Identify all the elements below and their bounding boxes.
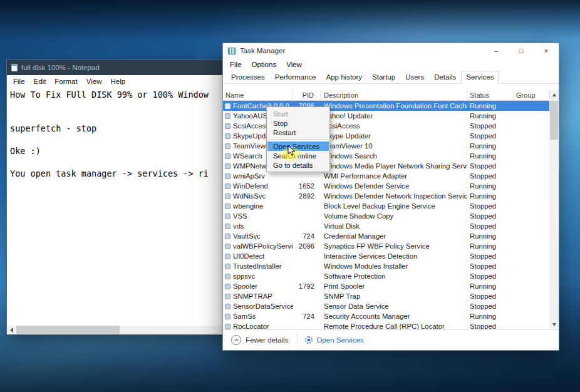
table-header-row: NamePIDDescriptionStatusGroup xyxy=(223,90,559,101)
service-name-cell: WinDefend xyxy=(223,182,293,190)
tab[interactable]: Services xyxy=(461,71,499,84)
notepad-text-area[interactable]: How To Fix FUll DISK 99% or 100% Window … xyxy=(7,87,250,326)
task-manager-titlebar[interactable]: Task Manager – □ × xyxy=(223,43,559,58)
service-row[interactable]: TrustedInstaller Windows Modules Install… xyxy=(223,261,549,271)
service-row[interactable]: WdNisSvc 2892 Windows Defender Network I… xyxy=(223,191,549,201)
context-menu-item[interactable]: Restart xyxy=(267,128,329,137)
service-status: Running xyxy=(467,112,514,120)
service-name: VaultSvc xyxy=(233,232,261,240)
service-name: UI0Detect xyxy=(233,252,264,260)
service-pid: 724 xyxy=(293,312,321,320)
scroll-left-icon[interactable] xyxy=(7,326,16,334)
service-name-cell: valWBFPolicyService xyxy=(223,242,293,250)
service-name: VSS xyxy=(233,212,247,220)
service-status: Running xyxy=(467,152,514,160)
tab[interactable]: Performance xyxy=(270,71,321,84)
maximize-button[interactable]: □ xyxy=(509,43,534,58)
notepad-scrollbar-thumb[interactable] xyxy=(16,326,120,334)
service-name: wbengine xyxy=(233,202,263,210)
fewer-details-label: Fewer details xyxy=(246,336,288,344)
fewer-details-button[interactable]: Fewer details xyxy=(223,335,297,345)
context-menu-item[interactable]: Go to details xyxy=(267,160,329,170)
service-name: TrustedInstaller xyxy=(233,262,281,270)
column-header[interactable]: Status xyxy=(467,90,514,101)
service-icon xyxy=(225,284,230,289)
service-row[interactable]: VaultSvc 724 Credential Manager Running xyxy=(223,231,549,241)
service-row[interactable]: sppsvc Software Protection Stopped xyxy=(223,271,549,281)
service-name: WSearch xyxy=(233,152,262,160)
context-menu-item[interactable]: Start xyxy=(267,109,329,118)
service-icon xyxy=(225,193,230,199)
minimize-button[interactable]: – xyxy=(484,43,509,58)
service-row[interactable]: SamSs 724 Security Accounts Manager Runn… xyxy=(223,311,549,321)
service-status: Running xyxy=(467,182,514,190)
column-header[interactable]: Group xyxy=(514,90,549,101)
service-description: Sensor Data Service xyxy=(321,302,467,310)
column-header[interactable]: Name xyxy=(223,90,293,101)
tab[interactable]: App history xyxy=(321,71,368,84)
service-description: Security Accounts Manager xyxy=(321,312,467,320)
scroll-up-icon[interactable] xyxy=(549,90,559,100)
menu-item[interactable]: File xyxy=(225,59,247,70)
context-menu-item[interactable] xyxy=(269,139,328,140)
notepad-titlebar[interactable]: full disk 100% - Notepad xyxy=(7,60,250,75)
service-row[interactable]: SensorDataService Sensor Data Service St… xyxy=(223,301,549,311)
service-status: Running xyxy=(467,232,514,240)
service-name-cell: sppsvc xyxy=(223,272,293,280)
service-row[interactable]: wbengine Block Level Backup Engine Servi… xyxy=(223,201,549,211)
service-name-cell: VSS xyxy=(223,212,293,220)
context-menu-item-label: Stop xyxy=(273,120,287,127)
vertical-scrollbar[interactable] xyxy=(549,90,559,329)
context-menu-item[interactable]: Search online xyxy=(267,151,329,160)
service-description: SNMP Trap xyxy=(321,292,467,300)
service-pid: 724 xyxy=(293,232,321,240)
service-name: WinDefend xyxy=(233,182,268,190)
notepad-menu-item[interactable]: File xyxy=(9,76,29,86)
tab[interactable]: Users xyxy=(400,71,429,84)
notepad-horizontal-scrollbar[interactable] xyxy=(7,326,250,334)
service-description: Synaptics FP WBF Policy Service xyxy=(321,242,467,250)
service-row[interactable]: Spooler 1792 Print Spooler Running xyxy=(223,281,549,291)
menu-item[interactable]: View xyxy=(281,59,307,70)
context-menu-item-label: Open Services xyxy=(273,143,319,150)
services-gear-icon xyxy=(305,336,313,344)
service-description: TeamViewer 10 xyxy=(321,142,467,150)
scroll-down-icon[interactable] xyxy=(549,320,559,329)
task-manager-menubar: FileOptionsView xyxy=(223,58,559,71)
service-name: valWBFPolicyService xyxy=(233,242,293,250)
tab[interactable]: Startup xyxy=(367,71,400,84)
context-menu-item[interactable]: Open Services xyxy=(267,142,329,151)
service-icon xyxy=(225,113,230,119)
close-button[interactable]: × xyxy=(534,43,559,58)
service-row[interactable]: RpcLocator Remote Procedure Call (RPC) L… xyxy=(223,321,549,329)
service-row[interactable]: UI0Detect Interactive Services Detection… xyxy=(223,251,549,261)
tab[interactable]: Details xyxy=(429,71,461,84)
scrollbar-thumb[interactable] xyxy=(550,101,558,140)
context-menu-item[interactable]: Stop xyxy=(267,118,329,128)
column-header[interactable]: Description xyxy=(321,90,467,101)
open-services-link[interactable]: Open Services xyxy=(298,336,371,344)
service-icon xyxy=(225,163,230,169)
service-row[interactable]: valWBFPolicyService 2096 Synaptics FP WB… xyxy=(223,241,549,251)
notepad-menu-item[interactable]: View xyxy=(82,76,106,86)
service-status: Stopped xyxy=(467,302,514,310)
service-row[interactable]: VSS Volume Shadow Copy Stopped xyxy=(223,211,549,221)
service-status: Stopped xyxy=(467,322,514,329)
service-row[interactable]: wmiApSrv WMI Performance Adapter Stopped xyxy=(223,171,549,181)
service-description: Software Protection xyxy=(321,272,467,280)
menu-item[interactable]: Options xyxy=(247,59,282,70)
tab[interactable]: Processes xyxy=(226,71,270,84)
service-row[interactable]: SNMPTRAP SNMP Trap Stopped xyxy=(223,291,549,301)
service-row[interactable]: WinDefend 1652 Windows Defender Service … xyxy=(223,181,549,191)
service-icon xyxy=(225,123,230,129)
notepad-title: full disk 100% - Notepad xyxy=(21,64,100,71)
service-icon xyxy=(225,304,230,309)
service-status: Running xyxy=(467,242,514,250)
service-row[interactable]: vds Virtual Disk Stopped xyxy=(223,221,549,231)
notepad-menu-item[interactable]: Format xyxy=(50,76,81,86)
column-header[interactable]: PID xyxy=(293,90,321,101)
service-description: Print Spooler xyxy=(321,282,467,290)
notepad-menu-item[interactable]: Edit xyxy=(29,76,51,86)
notepad-menu-item[interactable]: Help xyxy=(106,76,130,86)
service-name-cell: wmiApSrv xyxy=(223,172,293,180)
